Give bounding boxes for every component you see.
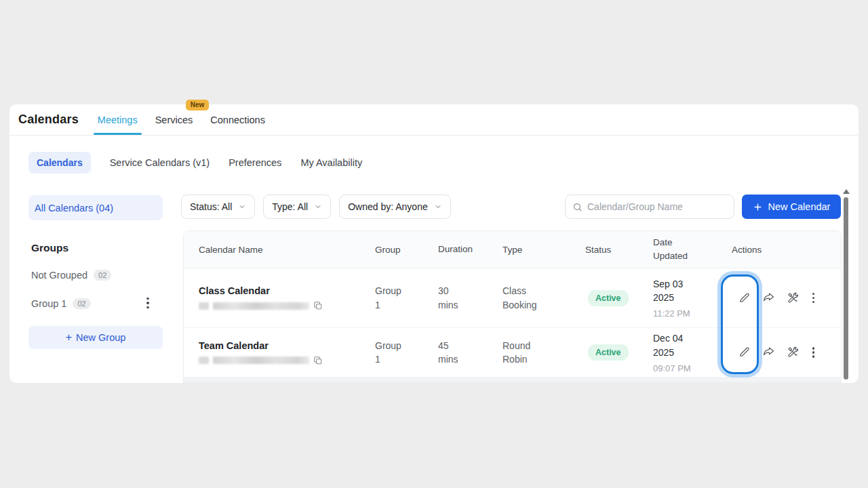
sidebar-item-all-calendars[interactable]: All Calendars (04)	[28, 195, 163, 220]
group-1-menu-button[interactable]	[140, 295, 156, 311]
type-cell: Round Robin	[502, 339, 585, 367]
share-forward-icon	[762, 291, 775, 304]
share-button[interactable]	[762, 291, 775, 304]
copy-url-button[interactable]	[313, 356, 323, 365]
group-cell: Group 1	[375, 284, 438, 312]
time-updated: 09:07 PM	[653, 363, 732, 373]
pencil-icon	[738, 291, 751, 304]
sidebar-item-group-1[interactable]: Group 1 02	[31, 297, 91, 310]
search-input[interactable]	[587, 201, 727, 212]
app-header: Calendars Meetings Services New Connecti…	[9, 104, 859, 136]
new-calendar-label: New Calendar	[768, 201, 831, 212]
group-cell: Group 1	[375, 339, 438, 367]
owned-by-filter-label: Owned by: Anyone	[348, 201, 428, 212]
copy-url-button[interactable]	[313, 301, 323, 310]
pencil-icon	[738, 346, 751, 359]
group-count-badge: 02	[94, 270, 111, 281]
tab-meetings-label: Meetings	[98, 115, 138, 125]
share-button[interactable]	[762, 346, 775, 359]
date-updated: Dec 04 2025	[653, 331, 692, 359]
edit-button[interactable]	[738, 291, 751, 304]
new-calendar-button[interactable]: New Calendar	[742, 195, 841, 219]
next-section-partial	[184, 378, 841, 383]
tab-services[interactable]: Services New	[155, 104, 193, 135]
more-actions-button[interactable]	[811, 346, 816, 359]
type-filter-dropdown[interactable]: Type: All	[263, 195, 331, 219]
duration-cell: 45 mins	[438, 339, 502, 367]
tab-meetings[interactable]: Meetings	[98, 104, 138, 135]
share-forward-icon	[762, 346, 775, 359]
calendar-name-cell: Team Calendar	[184, 340, 375, 365]
calendar-url-redacted	[199, 357, 209, 364]
subtab-preferences[interactable]: Preferences	[229, 157, 281, 168]
table-row[interactable]: Class Calendar Group 1 30 mins Class Boo…	[184, 268, 841, 328]
subtab-service-calendars[interactable]: Service Calendars (v1)	[110, 157, 210, 168]
type-cell: Class Booking	[502, 284, 585, 312]
calendar-url-redacted	[213, 302, 309, 310]
actions-cell	[732, 346, 841, 359]
plus-icon	[753, 202, 763, 212]
tab-connections[interactable]: Connections	[210, 104, 265, 135]
calendar-url-redacted	[213, 357, 309, 364]
top-tab-bar: Meetings Services New Connections	[98, 104, 265, 135]
status-cell: Active	[585, 344, 653, 361]
column-header-group: Group	[375, 245, 438, 255]
scrollbar-thumb[interactable]	[844, 197, 848, 380]
calendar-url-redacted	[199, 302, 209, 310]
new-badge: New	[186, 100, 210, 110]
date-updated: Sep 03 2025	[653, 277, 692, 305]
more-actions-button[interactable]	[811, 291, 816, 305]
status-filter-label: Status: All	[190, 201, 232, 212]
time-updated: 11:22 PM	[653, 308, 732, 319]
date-updated-cell: Sep 03 2025 11:22 PM	[653, 277, 732, 319]
integrations-button[interactable]	[787, 291, 800, 304]
group-count-badge: 02	[73, 298, 90, 309]
column-header-type: Type	[502, 245, 585, 255]
status-cell: Active	[585, 290, 653, 306]
column-header-duration: Duration	[438, 243, 502, 256]
edit-button[interactable]	[738, 346, 751, 359]
status-filter-dropdown[interactable]: Status: All	[181, 195, 255, 219]
table-header-row: Calendar Name Group Duration Type Status…	[184, 231, 841, 268]
calendar-name: Team Calendar	[199, 340, 375, 351]
chevron-down-icon	[314, 203, 322, 211]
group-name: Not Grouped	[31, 270, 87, 281]
actions-cell	[732, 291, 841, 305]
calendar-url-row	[199, 301, 375, 310]
group-name: Group 1	[31, 298, 66, 309]
new-group-label: New Group	[76, 332, 125, 343]
tab-connections-label: Connections	[210, 115, 265, 125]
search-icon	[572, 202, 583, 212]
plus-icon: +	[66, 331, 72, 344]
chevron-down-icon	[434, 203, 442, 211]
groups-heading: Groups	[31, 242, 68, 254]
filter-bar: Status: All Type: All Owned by: Anyone	[181, 195, 451, 219]
new-group-button[interactable]: + New Group	[28, 326, 163, 349]
duration-cell: 30 mins	[438, 284, 502, 312]
table-row[interactable]: Team Calendar Group 1 45 mins Round Robi…	[184, 328, 841, 378]
integrations-button[interactable]	[787, 346, 800, 359]
chevron-down-icon	[238, 203, 246, 211]
calendars-app-window: Calendars Meetings Services New Connecti…	[9, 104, 859, 383]
column-header-calendar-name: Calendar Name	[184, 245, 375, 255]
scrollbar-up-arrow[interactable]	[843, 189, 850, 194]
tools-icon	[787, 291, 800, 304]
subtab-calendars[interactable]: Calendars	[28, 152, 91, 174]
owned-by-filter-dropdown[interactable]: Owned by: Anyone	[339, 195, 451, 219]
status-badge: Active	[588, 290, 629, 306]
calendar-name: Class Calendar	[199, 285, 375, 296]
subtab-my-availability[interactable]: My Availability	[300, 157, 362, 168]
copy-icon	[313, 301, 323, 310]
sidebar-item-not-grouped[interactable]: Not Grouped 02	[31, 268, 111, 282]
status-badge: Active	[588, 344, 629, 361]
date-updated-cell: Dec 04 2025 09:07 PM	[653, 331, 732, 373]
column-header-actions: Actions	[732, 245, 841, 255]
sub-tab-bar: Calendars Service Calendars (v1) Prefere…	[28, 151, 362, 174]
column-header-status: Status	[585, 245, 653, 255]
page-title: Calendars	[18, 113, 79, 127]
search-field	[565, 195, 734, 219]
calendar-url-row	[199, 356, 375, 365]
calendars-table: Calendar Name Group Duration Type Status…	[183, 230, 842, 383]
column-header-date-updated: Date Updated	[653, 236, 732, 264]
tools-icon	[787, 346, 800, 359]
